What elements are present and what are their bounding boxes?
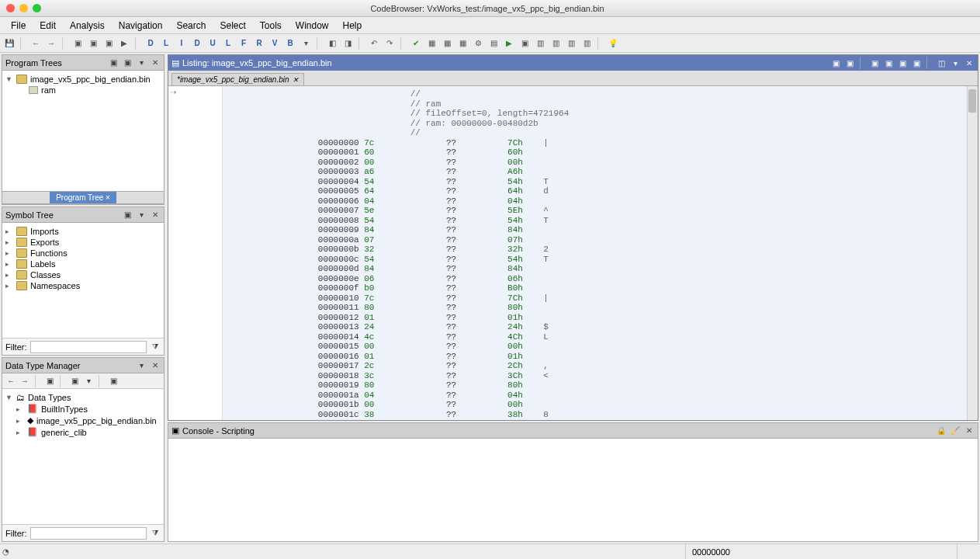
- menu-tools[interactable]: Tools: [254, 19, 288, 33]
- menu-navigation[interactable]: Navigation: [113, 19, 169, 33]
- gear-icon[interactable]: ⚙: [472, 37, 484, 50]
- i-icon[interactable]: I: [175, 37, 188, 50]
- nav4-icon[interactable]: ▶: [118, 37, 130, 50]
- v-icon[interactable]: V: [268, 37, 281, 50]
- console-body[interactable]: [168, 439, 978, 541]
- program-tree-tab[interactable]: Program Tree ×: [50, 192, 116, 203]
- close-icon[interactable]: ✕: [150, 57, 161, 68]
- close-icon[interactable]: ✕: [293, 76, 299, 84]
- misc4-icon[interactable]: ▥: [580, 37, 593, 50]
- play-icon[interactable]: ▶: [503, 37, 515, 50]
- l-icon[interactable]: L: [160, 37, 172, 50]
- dtm-menu-icon[interactable]: ▾: [136, 360, 147, 371]
- scrollbar-thumb[interactable]: [968, 89, 976, 113]
- dtm-item-generic[interactable]: ▸📕generic_clib: [5, 426, 161, 438]
- vertical-scrollbar[interactable]: [967, 86, 978, 420]
- listing-menu-icon[interactable]: ▾: [950, 57, 961, 68]
- menu-analysis[interactable]: Analysis: [64, 19, 111, 33]
- nav-icon[interactable]: ▣: [71, 37, 84, 50]
- tree-child[interactable]: ram: [5, 85, 161, 95]
- listing-action-icon[interactable]: ▣: [830, 57, 841, 68]
- bulb-icon[interactable]: 💡: [607, 37, 619, 50]
- dtm-collapse-icon[interactable]: ▣: [44, 376, 55, 387]
- close-icon[interactable]: ✕: [964, 425, 975, 436]
- grid3-icon[interactable]: ▦: [456, 37, 469, 50]
- st-action2-icon[interactable]: ▾: [136, 210, 147, 220]
- grid-icon[interactable]: ▦: [425, 37, 438, 50]
- close-icon[interactable]: [6, 4, 15, 12]
- menu-edit[interactable]: Edit: [33, 19, 62, 33]
- misc-icon[interactable]: ▥: [534, 37, 546, 50]
- d-icon[interactable]: D: [144, 37, 157, 50]
- window-controls[interactable]: [0, 4, 41, 12]
- back-icon[interactable]: ←: [29, 37, 42, 50]
- listing-action6-icon[interactable]: ▣: [911, 57, 922, 68]
- console-clear-icon[interactable]: 🧹: [950, 425, 961, 436]
- folder-icon: [16, 75, 27, 84]
- st-action-icon[interactable]: ▣: [122, 210, 133, 220]
- listing-action3-icon[interactable]: ▣: [869, 57, 880, 68]
- menu-search[interactable]: Search: [170, 19, 212, 33]
- dtm-opt-icon[interactable]: ▾: [83, 376, 94, 387]
- symbol-item-imports[interactable]: ▸Imports: [5, 226, 161, 237]
- expand-icon[interactable]: ▼: [5, 75, 13, 83]
- forward-icon[interactable]: →: [45, 37, 57, 50]
- check-icon[interactable]: ✔: [410, 37, 422, 50]
- filter-icon[interactable]: ⧩: [150, 342, 161, 352]
- dtm-back-icon[interactable]: ←: [5, 376, 16, 387]
- listing-tab[interactable]: *image_vx5_ppc_big_endian.bin ✕: [171, 73, 304, 85]
- nav3-icon[interactable]: ▣: [102, 37, 115, 50]
- save-icon[interactable]: 💾: [3, 37, 16, 50]
- symbol-filter-input[interactable]: [30, 341, 147, 353]
- tool2-icon[interactable]: ◨: [341, 37, 354, 50]
- maximize-icon[interactable]: [33, 4, 41, 12]
- listing-split-icon[interactable]: ◫: [936, 57, 947, 68]
- dtm-item-program[interactable]: ▸◆image_vx5_ppc_big_endian.bin: [5, 415, 161, 426]
- listing-action2-icon[interactable]: ▣: [844, 57, 855, 68]
- dtm-filter-input[interactable]: [30, 527, 147, 540]
- u-icon[interactable]: U: [206, 37, 219, 50]
- pt-action3-icon[interactable]: ▾: [136, 57, 147, 68]
- stop-icon[interactable]: ▣: [518, 37, 531, 50]
- f-icon[interactable]: F: [237, 37, 250, 50]
- symbol-item-labels[interactable]: ▸Labels: [5, 259, 161, 269]
- pt-action2-icon[interactable]: ▣: [122, 57, 133, 68]
- r-icon[interactable]: R: [253, 37, 265, 50]
- script-icon[interactable]: ▤: [487, 37, 500, 50]
- minimize-icon[interactable]: [19, 4, 28, 12]
- symbol-item-functions[interactable]: ▸Functions: [5, 248, 161, 259]
- d2-icon[interactable]: D: [191, 37, 203, 50]
- symbol-item-classes[interactable]: ▸Classes: [5, 269, 161, 280]
- filter-icon[interactable]: ⧩: [150, 528, 161, 539]
- menu-select[interactable]: Select: [213, 19, 251, 33]
- symbol-item-namespaces[interactable]: ▸Namespaces: [5, 280, 161, 291]
- nav2-icon[interactable]: ▣: [87, 37, 99, 50]
- close-icon[interactable]: ✕: [964, 57, 975, 68]
- dtm-expand-icon[interactable]: ▣: [108, 376, 119, 387]
- undo-icon[interactable]: ↶: [368, 37, 380, 50]
- listing-code[interactable]: // // ram // fileOffset=0, length=472196…: [223, 86, 978, 420]
- tree-root[interactable]: ▼ image_vx5_ppc_big_endian.bin: [5, 74, 161, 85]
- l2-icon[interactable]: L: [222, 37, 234, 50]
- redo-icon[interactable]: ↷: [383, 37, 396, 50]
- listing-action5-icon[interactable]: ▣: [897, 57, 908, 68]
- symbol-item-exports[interactable]: ▸Exports: [5, 237, 161, 248]
- pt-action-icon[interactable]: ▣: [108, 57, 119, 68]
- menu-help[interactable]: Help: [337, 19, 369, 33]
- misc2-icon[interactable]: ▥: [549, 37, 562, 50]
- dtm-root[interactable]: ▼🗂Data Types: [5, 392, 161, 403]
- console-action-icon[interactable]: 🔒: [936, 425, 947, 436]
- grid2-icon[interactable]: ▦: [441, 37, 453, 50]
- menu-window[interactable]: Window: [289, 19, 335, 33]
- dtm-filter-icon[interactable]: ▣: [69, 376, 80, 387]
- b-icon[interactable]: B: [284, 37, 296, 50]
- listing-action4-icon[interactable]: ▣: [883, 57, 894, 68]
- close-icon[interactable]: ✕: [150, 360, 161, 371]
- tool-icon[interactable]: ◧: [326, 37, 338, 50]
- dtm-item-builtin[interactable]: ▸📕BuiltInTypes: [5, 403, 161, 415]
- misc3-icon[interactable]: ▥: [565, 37, 577, 50]
- dtm-forward-icon[interactable]: →: [19, 376, 30, 387]
- menu-file[interactable]: File: [5, 19, 32, 33]
- dropdown-icon[interactable]: ▾: [300, 37, 312, 50]
- close-icon[interactable]: ✕: [150, 210, 161, 220]
